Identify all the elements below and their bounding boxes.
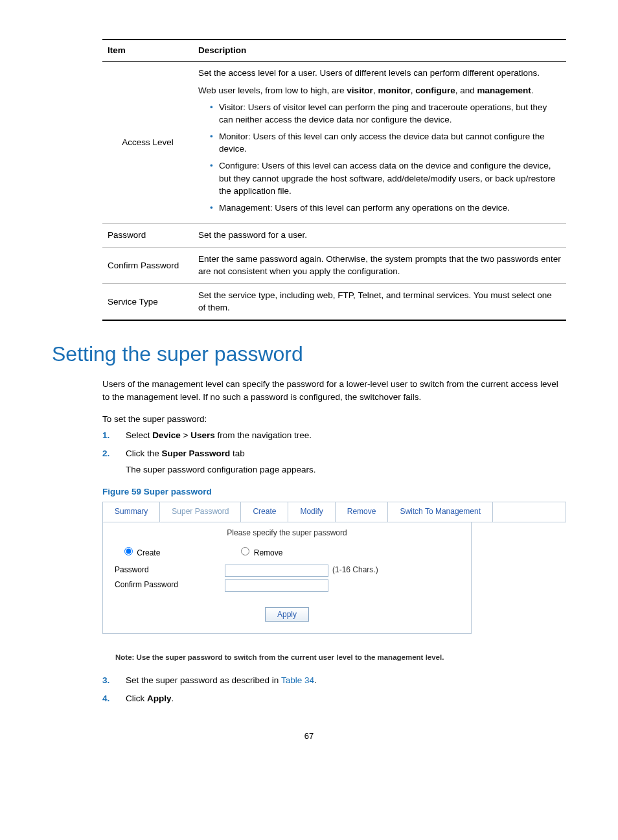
step-2-sub: The super password configuration page ap… xyxy=(126,463,566,476)
row-confirm-desc: Enter the same password again. Otherwise… xyxy=(193,247,566,283)
radio-create-input[interactable] xyxy=(124,547,133,555)
row-confirm-item: Confirm Password xyxy=(102,247,193,283)
confirm-password-label: Confirm Password xyxy=(115,579,225,590)
row-service-desc: Set the service type, including web, FTP… xyxy=(193,283,566,320)
access-intro1: Set the access level for a user. Users o… xyxy=(198,67,561,80)
tab-super-password[interactable]: Super Password xyxy=(160,502,241,521)
page-number: 67 xyxy=(52,730,566,743)
th-item: Item xyxy=(102,40,193,61)
tab-bar: Summary Super Password Create Modify Rem… xyxy=(102,502,566,522)
to-set-line: To set the super password: xyxy=(102,413,566,426)
access-bullets: Visitor: Users of visitor level can perf… xyxy=(198,101,561,215)
figure-caption: Figure 59 Super password xyxy=(102,485,566,498)
access-intro2: Web user levels, from low to high, are v… xyxy=(198,84,561,97)
tab-remove[interactable]: Remove xyxy=(336,502,389,521)
bullet-monitor: Monitor: Users of this level can only ac… xyxy=(210,130,561,156)
steps-3-4: 3. Set the super password as described i… xyxy=(102,674,566,705)
tab-modify[interactable]: Modify xyxy=(288,502,335,521)
tab-create[interactable]: Create xyxy=(241,502,288,521)
step-4: 4. Click Apply. xyxy=(102,692,566,705)
table-34-link[interactable]: Table 34 xyxy=(281,675,314,685)
password-hint: (1-16 Chars.) xyxy=(332,565,378,576)
radio-remove-input[interactable] xyxy=(241,547,249,555)
radio-remove[interactable]: Remove xyxy=(238,545,282,559)
apply-button[interactable]: Apply xyxy=(265,607,309,622)
row-password-desc: Set the password for a user. xyxy=(193,224,566,248)
password-label: Password xyxy=(115,565,225,576)
tab-summary[interactable]: Summary xyxy=(103,502,160,521)
tab-spacer xyxy=(493,502,566,521)
radio-create[interactable]: Create xyxy=(121,545,160,559)
row-access-level-desc: Set the access level for a user. Users o… xyxy=(193,61,566,224)
intro-paragraph: Users of the management level can specif… xyxy=(102,378,566,403)
row-access-level-item: Access Level xyxy=(102,61,193,224)
step-3: 3. Set the super password as described i… xyxy=(102,674,566,687)
row-service-item: Service Type xyxy=(102,283,193,320)
step-2: 2. Click the Super Password tab The supe… xyxy=(102,447,566,476)
tab-switch-management[interactable]: Switch To Management xyxy=(388,502,493,521)
password-input[interactable] xyxy=(225,565,328,577)
steps-1-2: 1. Select Device > Users from the naviga… xyxy=(102,429,566,476)
form-instruction: Please specify the super password xyxy=(115,528,459,539)
description-table: Item Description Access Level Set the ac… xyxy=(102,39,566,321)
screenshot-note: Note: Use the super password to switch f… xyxy=(115,652,566,663)
bullet-configure: Configure: Users of this level can acces… xyxy=(210,159,561,198)
bullet-management: Management: Users of this level can perf… xyxy=(210,202,561,215)
section-heading: Setting the super password xyxy=(52,339,566,369)
th-desc: Description xyxy=(193,40,566,61)
row-password-item: Password xyxy=(102,224,193,248)
confirm-password-input[interactable] xyxy=(225,579,328,592)
bullet-visitor: Visitor: Users of visitor level can perf… xyxy=(210,101,561,126)
step-1: 1. Select Device > Users from the naviga… xyxy=(102,429,566,442)
figure-screenshot: Summary Super Password Create Modify Rem… xyxy=(102,502,566,662)
super-password-form: Please specify the super password Create… xyxy=(102,522,472,634)
